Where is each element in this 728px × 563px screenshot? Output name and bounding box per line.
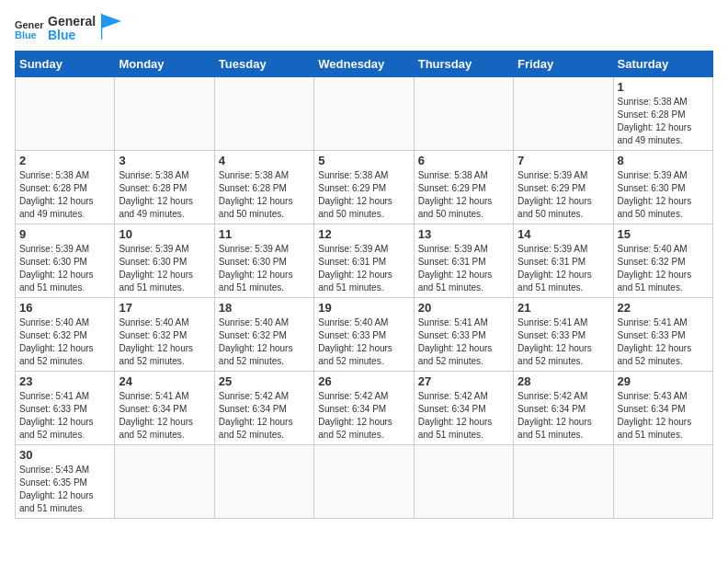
day-number: 8 [618,154,709,167]
day-number: 22 [618,301,709,315]
day-number: 21 [518,301,609,315]
day-info: Sunrise: 5:41 AMSunset: 6:33 PMDaylight:… [418,316,509,368]
calendar-cell [514,76,613,150]
calendar-week-row: 2Sunrise: 5:38 AMSunset: 6:28 PMDaylight… [16,150,713,224]
day-info: Sunrise: 5:40 AMSunset: 6:32 PMDaylight:… [19,316,110,368]
weekday-header-tuesday: Tuesday [214,51,313,76]
day-number: 14 [518,227,609,241]
calendar-cell [214,444,313,518]
calendar-cell: 21Sunrise: 5:41 AMSunset: 6:33 PMDayligh… [514,297,613,371]
calendar-cell [414,76,513,150]
logo-blue-text: Blue [48,29,96,42]
calendar-cell: 23Sunrise: 5:41 AMSunset: 6:33 PMDayligh… [16,371,115,444]
logo: General Blue General Blue [15,15,121,43]
calendar-cell [314,444,414,518]
calendar-cell: 9Sunrise: 5:39 AMSunset: 6:30 PMDaylight… [16,224,115,297]
day-info: Sunrise: 5:38 AMSunset: 6:29 PMDaylight:… [418,169,509,221]
calendar-cell: 15Sunrise: 5:40 AMSunset: 6:32 PMDayligh… [613,224,712,297]
calendar-cell: 20Sunrise: 5:41 AMSunset: 6:33 PMDayligh… [414,297,513,371]
day-info: Sunrise: 5:39 AMSunset: 6:31 PMDaylight:… [418,243,509,294]
calendar-cell: 2Sunrise: 5:38 AMSunset: 6:28 PMDaylight… [16,150,115,224]
calendar-cell: 27Sunrise: 5:42 AMSunset: 6:34 PMDayligh… [414,371,513,444]
calendar-week-row: 9Sunrise: 5:39 AMSunset: 6:30 PMDaylight… [16,224,713,297]
calendar-cell: 11Sunrise: 5:39 AMSunset: 6:30 PMDayligh… [214,224,313,297]
calendar-week-row: 23Sunrise: 5:41 AMSunset: 6:33 PMDayligh… [16,371,713,444]
calendar-cell: 29Sunrise: 5:43 AMSunset: 6:34 PMDayligh… [613,371,712,444]
day-number: 9 [19,227,110,241]
calendar-cell [514,444,613,518]
weekday-header-friday: Friday [514,51,613,76]
day-info: Sunrise: 5:43 AMSunset: 6:35 PMDaylight:… [19,464,110,515]
calendar-cell: 3Sunrise: 5:38 AMSunset: 6:28 PMDaylight… [115,150,214,224]
day-info: Sunrise: 5:41 AMSunset: 6:33 PMDaylight:… [518,316,609,368]
calendar-cell: 28Sunrise: 5:42 AMSunset: 6:34 PMDayligh… [514,371,613,444]
day-number: 6 [418,154,509,167]
calendar-cell [115,444,214,518]
day-number: 30 [19,448,110,462]
day-number: 19 [318,301,409,315]
calendar-week-row: 1Sunrise: 5:38 AMSunset: 6:28 PMDaylight… [16,76,713,150]
day-info: Sunrise: 5:39 AMSunset: 6:30 PMDaylight:… [119,243,210,294]
calendar-cell: 12Sunrise: 5:39 AMSunset: 6:31 PMDayligh… [314,224,414,297]
weekday-header-saturday: Saturday [613,51,712,76]
day-info: Sunrise: 5:41 AMSunset: 6:34 PMDaylight:… [119,390,210,442]
day-number: 17 [119,301,210,315]
calendar-cell: 4Sunrise: 5:38 AMSunset: 6:28 PMDaylight… [214,150,313,224]
day-info: Sunrise: 5:40 AMSunset: 6:32 PMDaylight:… [618,243,709,294]
weekday-header-monday: Monday [115,51,214,76]
day-number: 10 [119,227,210,241]
day-number: 12 [318,227,409,241]
calendar-cell [613,444,712,518]
page-header: General Blue General Blue [15,15,713,43]
day-number: 15 [618,227,709,241]
day-info: Sunrise: 5:38 AMSunset: 6:28 PMDaylight:… [119,169,210,221]
day-number: 3 [119,154,210,167]
calendar-cell: 6Sunrise: 5:38 AMSunset: 6:29 PMDaylight… [414,150,513,224]
day-info: Sunrise: 5:43 AMSunset: 6:34 PMDaylight:… [618,390,709,442]
calendar-week-row: 16Sunrise: 5:40 AMSunset: 6:32 PMDayligh… [16,297,713,371]
weekday-header-row: SundayMondayTuesdayWednesdayThursdayFrid… [16,51,713,76]
calendar-week-row: 30Sunrise: 5:43 AMSunset: 6:35 PMDayligh… [16,444,713,518]
calendar-cell: 8Sunrise: 5:39 AMSunset: 6:30 PMDaylight… [613,150,712,224]
calendar-table: SundayMondayTuesdayWednesdayThursdayFrid… [15,51,713,519]
day-info: Sunrise: 5:39 AMSunset: 6:30 PMDaylight:… [219,243,310,294]
calendar-cell: 25Sunrise: 5:42 AMSunset: 6:34 PMDayligh… [214,371,313,444]
day-number: 4 [219,154,310,167]
day-info: Sunrise: 5:41 AMSunset: 6:33 PMDaylight:… [19,390,110,442]
day-info: Sunrise: 5:42 AMSunset: 6:34 PMDaylight:… [418,390,509,442]
calendar-cell: 1Sunrise: 5:38 AMSunset: 6:28 PMDaylight… [613,76,712,150]
day-info: Sunrise: 5:39 AMSunset: 6:30 PMDaylight:… [19,243,110,294]
day-info: Sunrise: 5:38 AMSunset: 6:28 PMDaylight:… [618,96,709,147]
day-number: 13 [418,227,509,241]
calendar-cell: 7Sunrise: 5:39 AMSunset: 6:29 PMDaylight… [514,150,613,224]
calendar-cell [214,76,313,150]
calendar-cell [314,76,414,150]
day-number: 18 [219,301,310,315]
day-info: Sunrise: 5:38 AMSunset: 6:28 PMDaylight:… [219,169,310,221]
weekday-header-wednesday: Wednesday [314,51,414,76]
calendar-cell: 16Sunrise: 5:40 AMSunset: 6:32 PMDayligh… [16,297,115,371]
day-info: Sunrise: 5:42 AMSunset: 6:34 PMDaylight:… [318,390,409,442]
svg-text:Blue: Blue [15,29,37,40]
calendar-cell: 26Sunrise: 5:42 AMSunset: 6:34 PMDayligh… [314,371,414,444]
day-info: Sunrise: 5:40 AMSunset: 6:32 PMDaylight:… [219,316,310,368]
calendar-cell: 10Sunrise: 5:39 AMSunset: 6:30 PMDayligh… [115,224,214,297]
calendar-cell: 19Sunrise: 5:40 AMSunset: 6:33 PMDayligh… [314,297,414,371]
calendar-cell [16,76,115,150]
weekday-header-thursday: Thursday [414,51,513,76]
logo-general-text: General [48,15,96,29]
day-number: 28 [518,374,609,388]
day-number: 16 [19,301,110,315]
day-info: Sunrise: 5:39 AMSunset: 6:30 PMDaylight:… [618,169,709,221]
calendar-cell: 5Sunrise: 5:38 AMSunset: 6:29 PMDaylight… [314,150,414,224]
calendar-cell: 30Sunrise: 5:43 AMSunset: 6:35 PMDayligh… [16,444,115,518]
calendar-cell: 24Sunrise: 5:41 AMSunset: 6:34 PMDayligh… [115,371,214,444]
day-number: 26 [318,374,409,388]
day-info: Sunrise: 5:40 AMSunset: 6:32 PMDaylight:… [119,316,210,368]
day-info: Sunrise: 5:41 AMSunset: 6:33 PMDaylight:… [618,316,709,368]
day-info: Sunrise: 5:39 AMSunset: 6:31 PMDaylight:… [318,243,409,294]
day-number: 25 [219,374,310,388]
calendar-cell: 14Sunrise: 5:39 AMSunset: 6:31 PMDayligh… [514,224,613,297]
day-number: 20 [418,301,509,315]
day-number: 27 [418,374,509,388]
